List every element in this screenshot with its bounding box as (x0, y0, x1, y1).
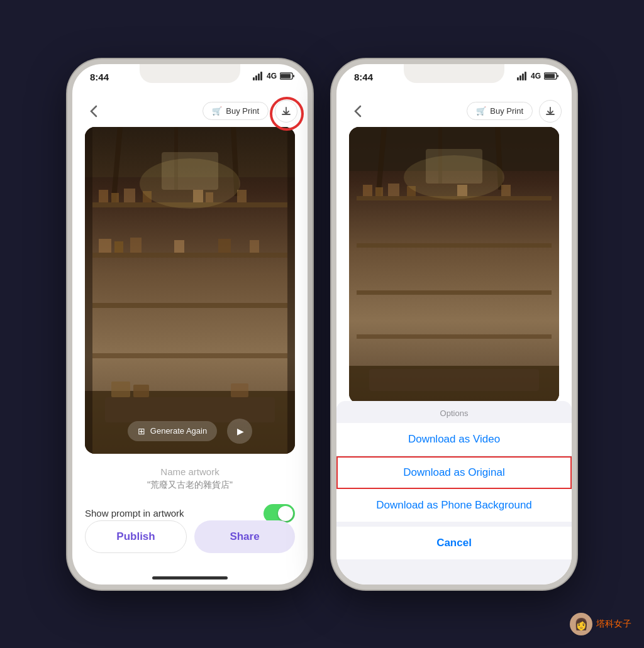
publish-button[interactable]: Publish (85, 520, 187, 553)
network-left: 4G (267, 72, 277, 80)
cancel-label: Cancel (436, 537, 472, 549)
buy-print-label-left: Buy Print (226, 106, 259, 116)
back-button-left[interactable] (82, 100, 105, 123)
artwork-left: ⊞ Generate Again ▶ (85, 127, 295, 454)
battery-left (280, 72, 295, 80)
svg-rect-51 (501, 185, 511, 196)
download-original-label: Download as Original (403, 466, 505, 478)
share-button[interactable]: Share (194, 520, 295, 553)
toggle-knob (278, 506, 293, 521)
svg-rect-32 (287, 127, 295, 454)
svg-rect-22 (174, 240, 184, 253)
svg-rect-35 (545, 74, 555, 78)
buy-print-button-left[interactable]: 🛒 Buy Print (203, 102, 269, 120)
svg-rect-1 (280, 74, 291, 78)
svg-rect-55 (426, 149, 482, 184)
options-sheet: Options Download as Video Download as Or… (336, 401, 572, 585)
svg-rect-47 (375, 187, 383, 196)
download-phone-bg-option[interactable]: Download as Phone Background (336, 489, 572, 522)
svg-rect-10 (92, 303, 287, 308)
svg-rect-46 (363, 185, 372, 196)
nav-actions-right: 🛒 Buy Print (467, 100, 562, 123)
generate-icon: ⊞ (138, 426, 145, 436)
download-phone-bg-label: Download as Phone Background (376, 499, 532, 511)
cancel-group: Cancel (336, 527, 572, 559)
options-group: Download as Video Download as Original D… (336, 423, 572, 522)
bottom-buttons-left: Publish Share (85, 520, 295, 553)
options-title: Options (336, 401, 572, 423)
screen-left: 8:44 4G (72, 64, 308, 585)
back-button-right[interactable] (347, 100, 369, 123)
notch-right (404, 64, 504, 83)
svg-rect-13 (111, 193, 119, 202)
svg-rect-12 (99, 190, 108, 202)
signal-right (517, 72, 526, 80)
svg-rect-9 (92, 253, 287, 258)
svg-rect-18 (237, 190, 247, 202)
artwork-right (349, 127, 559, 404)
publish-label: Publish (116, 530, 155, 543)
cart-icon-right: 🛒 (476, 106, 486, 116)
generate-again-button[interactable]: ⊞ Generate Again (128, 421, 217, 441)
download-icon-right (545, 106, 555, 116)
svg-rect-14 (124, 189, 135, 202)
battery-right (544, 72, 559, 80)
share-label: Share (230, 530, 259, 543)
download-button-right[interactable] (539, 100, 562, 123)
download-video-option[interactable]: Download as Video (336, 423, 572, 456)
play-icon: ▶ (237, 426, 244, 436)
cancel-button[interactable]: Cancel (336, 527, 572, 559)
home-indicator-left (152, 576, 228, 579)
phone-right: 8:44 4G (331, 59, 577, 590)
svg-rect-24 (250, 240, 259, 253)
artwork-controls-left: ⊞ Generate Again ▶ (85, 419, 295, 444)
status-icons-left: 4G (253, 72, 295, 80)
watermark-emoji: 👩 (574, 617, 588, 631)
svg-rect-29 (133, 385, 149, 397)
svg-rect-30 (231, 383, 248, 397)
buy-print-label-right: Buy Print (490, 106, 523, 116)
status-time-left: 8:44 (90, 72, 109, 82)
svg-rect-31 (85, 127, 92, 454)
artwork-info-left: Name artwork "荒廢又古老的雜貨店" (72, 466, 308, 491)
artwork-title: Name artwork (160, 466, 219, 477)
svg-rect-23 (218, 239, 231, 253)
svg-rect-43 (357, 243, 552, 248)
download-highlight-circle (270, 97, 304, 131)
play-button[interactable]: ▶ (227, 419, 252, 444)
svg-rect-19 (99, 239, 111, 253)
status-icons-right: 4G (517, 72, 559, 80)
screen-right: 8:44 4G (336, 64, 572, 585)
watermark-avatar: 👩 (570, 613, 592, 635)
svg-rect-48 (388, 184, 399, 196)
svg-rect-28 (111, 382, 130, 397)
svg-rect-20 (114, 241, 123, 253)
network-right: 4G (531, 72, 541, 80)
download-video-label: Download as Video (408, 433, 500, 445)
artwork-subtitle: "荒廢又古老的雜貨店" (147, 480, 233, 491)
nav-bar-right: 🛒 Buy Print (336, 96, 572, 127)
svg-rect-33 (162, 152, 218, 190)
svg-rect-54 (369, 369, 539, 391)
cart-icon-left: 🛒 (212, 106, 222, 116)
status-time-right: 8:44 (354, 72, 373, 82)
svg-rect-45 (357, 334, 552, 339)
generate-again-label: Generate Again (150, 426, 207, 436)
svg-rect-21 (130, 238, 142, 253)
svg-rect-36 (557, 75, 558, 77)
phone-left: 8:44 4G (67, 59, 313, 590)
watermark: 👩 塔科女子 (570, 613, 631, 635)
buy-print-button-right[interactable]: 🛒 Buy Print (467, 102, 533, 120)
svg-rect-11 (92, 353, 287, 358)
notch-left (140, 64, 240, 83)
download-original-option[interactable]: Download as Original (336, 456, 572, 489)
watermark-text: 塔科女子 (596, 618, 631, 630)
signal-left (253, 72, 262, 80)
prompt-label: Show prompt in artwork (85, 508, 184, 519)
svg-rect-2 (293, 75, 294, 77)
svg-rect-44 (357, 290, 552, 295)
